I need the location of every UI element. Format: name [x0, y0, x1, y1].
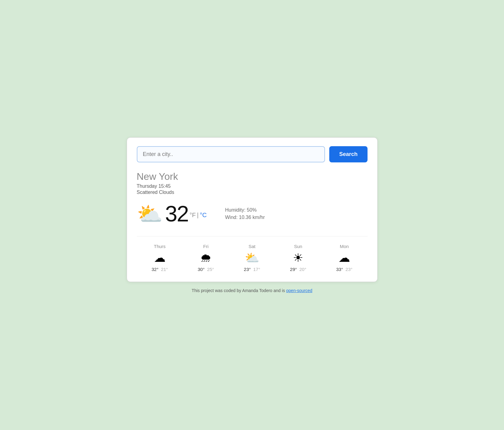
forecast-temp-low: 20° [299, 267, 306, 272]
city-name: New York [137, 171, 368, 182]
forecast-icon: ☀ [293, 252, 303, 264]
forecast-temp-low: 23° [345, 267, 353, 272]
unit-fahrenheit[interactable]: °F [190, 212, 196, 219]
forecast-icon: 🌧 [200, 252, 212, 264]
forecast-day-name: Mon [340, 244, 349, 249]
unit-celsius[interactable]: °C [200, 212, 207, 219]
forecast-temp-low: 21° [161, 267, 168, 272]
forecast-temps: 32° 21° [151, 267, 168, 272]
forecast-icon: ⛅ [245, 252, 259, 264]
current-weather-icon: ⛅ [137, 203, 163, 224]
forecast-temp-high: 32° [151, 267, 159, 272]
forecast-temps: 33° 23° [336, 267, 352, 272]
forecast-day: Sat ⛅ 23° 17° [229, 244, 275, 272]
forecast-day: Mon ☁ 33° 23° [321, 244, 368, 272]
footer-text: This project was coded by Amanda Todero … [192, 288, 285, 293]
humidity-label: Humidity: 50% [225, 207, 265, 213]
forecast-temps: 29° 20° [290, 267, 306, 272]
unit-toggle: °F | °C [190, 212, 207, 219]
forecast-day: Sun ☀ 29° 20° [275, 244, 321, 272]
forecast-temp-high: 30° [198, 267, 205, 272]
forecast-temps: 30° 25° [198, 267, 214, 272]
humidity-wind-info: Humidity: 50% Wind: 10.36 km/hr [225, 207, 265, 220]
forecast-day-name: Sat [248, 244, 256, 249]
search-button[interactable]: Search [329, 146, 367, 162]
date-time: Thursday 15:45 [137, 183, 368, 189]
forecast-day-name: Sun [294, 244, 302, 249]
footer: This project was coded by Amanda Todero … [192, 288, 312, 293]
forecast-day: Thurs ☁ 32° 21° [137, 244, 183, 272]
weather-description: Scattered Clouds [137, 190, 368, 195]
weather-card: Search New York Thursday 15:45 Scattered… [127, 137, 378, 282]
forecast-temp-high: 23° [244, 267, 251, 272]
search-row: Search [137, 146, 368, 162]
forecast-temp-low: 25° [207, 267, 214, 272]
current-weather-row: ⛅ 32 °F | °C Humidity: 50% Wind: 10.36 k… [137, 201, 368, 226]
unit-separator: | [197, 212, 199, 219]
forecast-temps: 23° 17° [244, 267, 260, 272]
forecast-temp-low: 17° [253, 267, 260, 272]
wind-label: Wind: 10.36 km/hr [225, 215, 265, 220]
forecast-icon: ☁ [154, 252, 166, 264]
forecast-temp-high: 33° [336, 267, 343, 272]
current-temperature: 32 [165, 201, 189, 226]
forecast-temp-high: 29° [290, 267, 297, 272]
city-input[interactable] [137, 146, 325, 162]
forecast-day: Fri 🌧 30° 25° [183, 244, 229, 272]
page-wrapper: Search New York Thursday 15:45 Scattered… [127, 137, 378, 293]
forecast-day-name: Fri [203, 244, 209, 249]
forecast-row: Thurs ☁ 32° 21° Fri 🌧 30° 25° Sat ⛅ 23° … [137, 236, 368, 272]
forecast-day-name: Thurs [154, 244, 166, 249]
forecast-icon: ☁ [338, 252, 350, 264]
open-source-link[interactable]: open-sourced [286, 288, 312, 293]
